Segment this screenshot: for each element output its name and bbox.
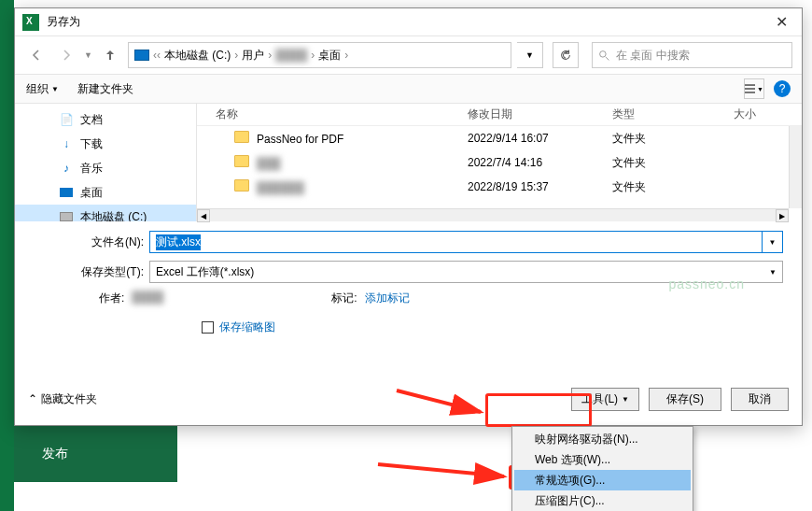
col-name[interactable]: 名称 (197, 106, 468, 122)
nav-forward-button[interactable] (54, 43, 78, 67)
add-tags-link[interactable]: 添加标记 (365, 291, 410, 306)
titlebar: 另存为 ✕ (15, 8, 802, 36)
desktop-icon (60, 188, 73, 197)
crumb-users[interactable]: 用户 (242, 48, 264, 64)
breadcrumb[interactable]: ‹‹ 本地磁盘 (C:) › 用户 › ████ › 桌面 › (128, 42, 511, 68)
filename-label: 文件名(N): (34, 234, 149, 250)
tree-item-downloads[interactable]: ↓下载 (15, 132, 196, 156)
hide-folders-button[interactable]: ⌃ 隐藏文件夹 (28, 391, 97, 407)
nav-back-button[interactable] (24, 43, 49, 67)
crumb-drive[interactable]: 本地磁盘 (C:) (164, 48, 231, 64)
download-icon: ↓ (60, 137, 73, 150)
breadcrumb-dropdown[interactable]: ▼ (517, 42, 543, 68)
search-placeholder: 在 桌面 中搜索 (616, 48, 690, 64)
svg-rect-3 (745, 92, 755, 93)
nav-history-dropdown[interactable]: ▼ (84, 50, 92, 60)
crumb-desktop[interactable]: 桌面 (318, 48, 341, 64)
view-mode-button[interactable]: ▼ (744, 78, 764, 99)
chevron-right-icon: ‹‹ (153, 49, 161, 62)
col-size[interactable]: 大小 (734, 106, 802, 122)
list-item[interactable]: ██████ 2022/8/19 15:37 文件夹 (197, 175, 802, 199)
search-icon (598, 50, 610, 62)
annotation-arrow (373, 460, 513, 491)
close-button[interactable]: ✕ (761, 8, 802, 36)
column-headers: 名称 修改日期 类型 大小 (197, 104, 802, 126)
search-input[interactable]: 在 桌面 中搜索 (592, 42, 792, 68)
drive-icon (60, 212, 73, 221)
author-value: ████ (132, 291, 163, 306)
new-folder-button[interactable]: 新建文件夹 (77, 81, 133, 97)
tags-label: 标记: (331, 291, 357, 306)
dialog-footer: ⌃ 隐藏文件夹 工具(L) ▼ 保存(S) 取消 (15, 382, 802, 416)
menu-general-options[interactable]: 常规选项(G)... (514, 470, 691, 490)
horizontal-scrollbar[interactable]: ◀ ▶ (197, 208, 789, 221)
filetype-label: 保存类型(T): (34, 264, 149, 280)
tools-button[interactable]: 工具(L) ▼ (571, 388, 639, 411)
scroll-left-button[interactable]: ◀ (197, 209, 210, 222)
save-as-dialog: 另存为 ✕ ▼ ‹‹ 本地磁盘 (C:) › 用户 › ████ › 桌面 › … (14, 7, 803, 426)
pc-icon (134, 50, 149, 61)
excel-icon (22, 14, 39, 31)
list-item[interactable]: ███ 2022/7/4 14:16 文件夹 (197, 150, 802, 175)
folder-tree: 📄文档 ↓下载 ♪音乐 桌面 本地磁盘 (C:) (15, 104, 197, 221)
author-label: 作者: (99, 291, 124, 306)
watermark: passneo.cn (668, 277, 745, 291)
help-button[interactable]: ? (774, 80, 791, 97)
menu-map-drive[interactable]: 映射网络驱动器(N)... (514, 429, 691, 449)
music-icon: ♪ (60, 162, 73, 175)
tree-item-drive-c[interactable]: 本地磁盘 (C:) (15, 205, 196, 221)
folder-icon (234, 179, 249, 192)
tools-menu: 映射网络驱动器(N)... Web 选项(W)... 常规选项(G)... 压缩… (511, 426, 693, 511)
svg-point-0 (600, 50, 607, 57)
save-thumbnail-checkbox[interactable] (202, 321, 214, 334)
file-list: 名称 修改日期 类型 大小 PassNeo for PDF 2022/9/14 … (197, 104, 802, 221)
crumb-redacted[interactable]: ████ (275, 49, 307, 62)
col-date[interactable]: 修改日期 (468, 106, 612, 122)
chevron-up-icon: ⌃ (28, 392, 37, 405)
col-type[interactable]: 类型 (612, 106, 734, 122)
refresh-button[interactable] (553, 42, 579, 68)
nav-row: ▼ ‹‹ 本地磁盘 (C:) › 用户 › ████ › 桌面 › ▼ 在 桌面… (15, 36, 802, 74)
tree-item-documents[interactable]: 📄文档 (15, 107, 196, 132)
tree-item-desktop[interactable]: 桌面 (15, 180, 196, 205)
list-item[interactable]: PassNeo for PDF 2022/9/14 16:07 文件夹 (197, 126, 802, 150)
document-icon: 📄 (60, 113, 73, 126)
save-button[interactable]: 保存(S) (649, 388, 721, 411)
vertical-scrollbar[interactable] (789, 126, 802, 208)
tree-item-music[interactable]: ♪音乐 (15, 156, 196, 180)
chevron-right-icon: › (268, 49, 272, 62)
svg-rect-1 (745, 84, 755, 86)
filename-dropdown[interactable]: ▼ (763, 231, 783, 253)
toolbar: 组织 ▼ 新建文件夹 ▼ ? (15, 74, 802, 104)
scroll-right-button[interactable]: ▶ (776, 209, 789, 222)
folder-icon (234, 131, 249, 143)
save-thumbnail-label: 保存缩略图 (219, 319, 275, 335)
chevron-right-icon: › (344, 49, 348, 62)
chevron-right-icon: › (234, 49, 238, 62)
folder-icon (234, 155, 249, 167)
filename-input[interactable] (149, 231, 763, 253)
dialog-title: 另存为 (47, 14, 761, 30)
nav-up-button[interactable] (98, 43, 122, 67)
menu-compress-pictures[interactable]: 压缩图片(C)... (514, 490, 691, 511)
publish-pane: 发布 (14, 426, 177, 482)
cancel-button[interactable]: 取消 (731, 388, 789, 411)
svg-rect-2 (745, 88, 755, 90)
menu-web-options[interactable]: Web 选项(W)... (514, 449, 691, 470)
chevron-right-icon: › (311, 49, 315, 62)
organize-button[interactable]: 组织 ▼ (26, 81, 59, 97)
svg-line-5 (378, 464, 504, 476)
